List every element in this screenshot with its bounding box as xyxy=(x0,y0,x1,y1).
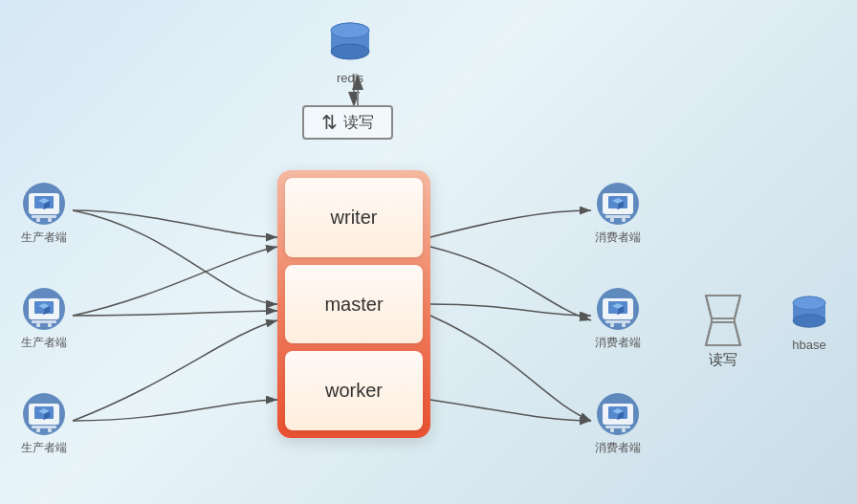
hbase-icon xyxy=(788,292,830,334)
consumer-monitor-icon-3 xyxy=(591,392,645,436)
svg-rect-38 xyxy=(605,215,630,218)
producer-label-1: 生产者端 xyxy=(21,230,67,246)
hbase-label: hbase xyxy=(792,338,825,352)
svg-rect-29 xyxy=(32,426,56,428)
svg-line-64 xyxy=(706,296,712,318)
hbase-node: hbase xyxy=(788,292,830,352)
svg-rect-49 xyxy=(622,323,626,327)
producer-monitor-icon-2 xyxy=(17,287,71,331)
svg-point-6 xyxy=(331,44,369,59)
redis-label: redis xyxy=(337,71,363,85)
readwrite-top: ⇅ 读写 xyxy=(302,105,393,140)
diagram-container: redis ⇅ 读写 生产者端 xyxy=(0,0,857,504)
consumer-monitor-icon-2 xyxy=(591,287,645,331)
svg-rect-22 xyxy=(48,323,52,327)
readwrite-top-box: ⇅ 读写 xyxy=(302,105,393,140)
redis-icon xyxy=(325,17,375,67)
producer-monitor-icon-3 xyxy=(17,392,71,436)
consumer-node-3: 消费者端 xyxy=(591,392,645,456)
svg-line-66 xyxy=(706,322,712,345)
producer-label-3: 生产者端 xyxy=(21,440,67,456)
master-card: master xyxy=(285,265,423,344)
worker-card: worker xyxy=(285,351,423,430)
center-processing-box: writer master worker xyxy=(277,170,430,438)
svg-line-67 xyxy=(735,322,740,345)
consumer-node-1: 消费者端 xyxy=(591,182,645,246)
svg-rect-30 xyxy=(36,428,40,432)
consumer-label-2: 消费者端 xyxy=(595,335,641,351)
consumer-monitor-icon-1 xyxy=(591,182,645,226)
svg-rect-12 xyxy=(36,218,40,222)
svg-rect-48 xyxy=(610,323,614,327)
readwrite-mid-label: 读写 xyxy=(709,351,737,369)
svg-line-65 xyxy=(735,296,740,318)
producer-node-3: 生产者端 xyxy=(17,392,71,456)
svg-rect-58 xyxy=(622,428,626,432)
svg-rect-57 xyxy=(610,428,614,432)
producer-node-1: 生产者端 xyxy=(17,182,71,246)
svg-point-73 xyxy=(793,296,825,310)
svg-rect-39 xyxy=(610,218,614,222)
svg-rect-40 xyxy=(622,218,626,222)
redis-node: redis xyxy=(325,17,375,85)
svg-rect-11 xyxy=(32,215,56,218)
readwrite-top-label: 读写 xyxy=(343,113,374,133)
readwrite-mid-icon xyxy=(702,292,744,349)
svg-rect-21 xyxy=(36,323,40,327)
svg-rect-31 xyxy=(48,428,52,432)
svg-rect-56 xyxy=(605,426,630,428)
svg-rect-20 xyxy=(32,320,56,323)
producer-monitor-icon-1 xyxy=(17,182,71,226)
producer-node-2: 生产者端 xyxy=(17,287,71,351)
readwrite-mid: 读写 xyxy=(702,292,744,369)
consumer-label-1: 消费者端 xyxy=(595,230,641,246)
consumer-label-3: 消费者端 xyxy=(595,440,641,456)
svg-rect-13 xyxy=(48,218,52,222)
writer-card: writer xyxy=(285,178,423,257)
svg-point-7 xyxy=(331,23,369,38)
consumer-node-2: 消费者端 xyxy=(591,287,645,351)
svg-rect-47 xyxy=(605,320,630,323)
producer-label-2: 生产者端 xyxy=(21,335,67,351)
svg-point-72 xyxy=(793,315,825,328)
